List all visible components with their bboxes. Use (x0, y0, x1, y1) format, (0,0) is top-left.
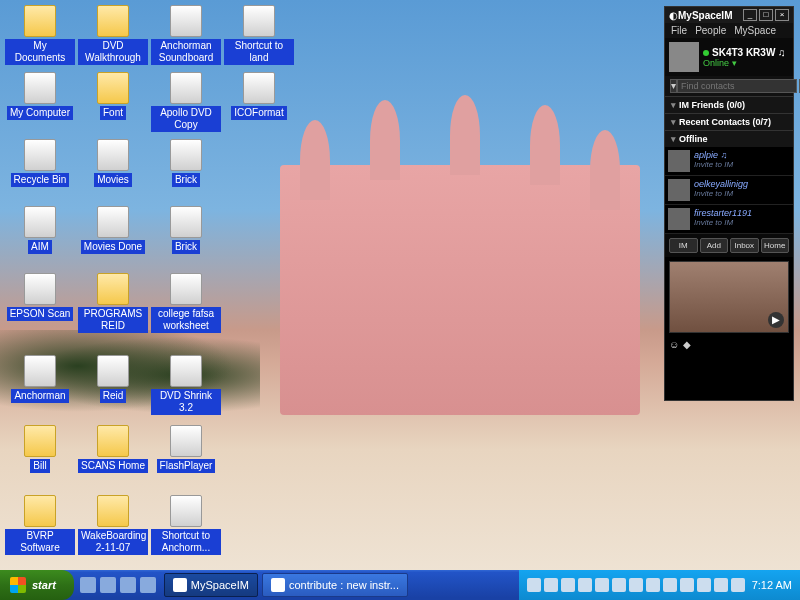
desktop-icon[interactable]: Shortcut to land (224, 5, 294, 65)
footer-icon[interactable]: ☺ (669, 339, 679, 350)
app-icon (243, 5, 275, 37)
taskbar: start MySpaceIMcontribute : new instr...… (0, 570, 800, 600)
quick-launch-item[interactable] (140, 577, 156, 593)
tray-icon[interactable] (629, 578, 643, 592)
desktop-icon[interactable]: PROGRAMS REID (78, 273, 148, 333)
quick-launch-item[interactable] (80, 577, 96, 593)
section-recent-contacts[interactable]: ▾Recent Contacts (0/7) (665, 113, 793, 130)
desktop-icon[interactable]: ICOFormat (224, 72, 294, 120)
contact-item[interactable]: oelkeyalliniggInvite to IM (665, 176, 793, 205)
desktop-icon[interactable]: Font (78, 72, 148, 120)
tray-icon[interactable] (561, 578, 575, 592)
desktop-icon[interactable]: Recycle Bin (5, 139, 75, 187)
icon-label: Shortcut to land (224, 39, 294, 65)
tray-icon[interactable] (646, 578, 660, 592)
im-titlebar[interactable]: ◐ MySpaceIM _ □ × (665, 7, 793, 23)
icon-label: PROGRAMS REID (78, 307, 148, 333)
desktop-icon[interactable]: AIM (5, 206, 75, 254)
im-button[interactable]: IM (669, 238, 698, 253)
desktop-icon[interactable]: My Documents (5, 5, 75, 65)
tray-icon[interactable] (731, 578, 745, 592)
icon-label: college fafsa worksheet (151, 307, 221, 333)
footer-icon[interactable]: ◆ (683, 339, 691, 350)
tray-icon[interactable] (663, 578, 677, 592)
desktop-icon[interactable]: Bill (5, 425, 75, 473)
desktop-icon[interactable]: Anchorman Soundboard (151, 5, 221, 65)
tray-icon[interactable] (578, 578, 592, 592)
quick-launch-item[interactable] (120, 577, 136, 593)
im-app-icon: ◐ (669, 10, 678, 21)
quick-launch (74, 577, 162, 593)
im-video-panel[interactable]: ▶ (669, 261, 789, 333)
section-im-friends[interactable]: ▾IM Friends (0/0) (665, 96, 793, 113)
user-status[interactable]: Online ▾ (703, 58, 786, 68)
desktop-icon[interactable]: Movies (78, 139, 148, 187)
section-offline[interactable]: ▾Offline (665, 130, 793, 147)
folder-icon (97, 273, 129, 305)
desktop-icon[interactable]: Anchorman (5, 355, 75, 403)
tray-icon[interactable] (697, 578, 711, 592)
folder-icon (97, 72, 129, 104)
tray-icon[interactable] (714, 578, 728, 592)
icon-label: Movies Done (81, 240, 145, 254)
invite-link[interactable]: Invite to IM (694, 218, 752, 227)
task-icon (173, 578, 187, 592)
search-input[interactable] (677, 79, 797, 93)
desktop-icon[interactable]: SCANS Home (78, 425, 148, 473)
myspaceim-window: ◐ MySpaceIM _ □ × File People MySpace SK… (664, 6, 794, 401)
taskbar-item[interactable]: MySpaceIM (164, 573, 258, 597)
quick-launch-item[interactable] (100, 577, 116, 593)
menu-file[interactable]: File (671, 25, 687, 36)
invite-link[interactable]: Invite to IM (694, 160, 733, 169)
contact-avatar (668, 208, 690, 230)
contact-name: oelkeyallinigg (694, 179, 748, 189)
desktop-icon[interactable]: WakeBoarding 2-11-07 (78, 495, 148, 555)
app-icon (170, 425, 202, 457)
desktop-icon[interactable]: college fafsa worksheet (151, 273, 221, 333)
search-menu-button[interactable]: ▾ (670, 79, 677, 93)
desktop-icon[interactable]: My Computer (5, 72, 75, 120)
icon-label: Reid (100, 389, 127, 403)
desktop-icon[interactable]: Shortcut to Anchorm... (151, 495, 221, 555)
icon-label: Recycle Bin (11, 173, 70, 187)
desktop-icon[interactable]: Movies Done (78, 206, 148, 254)
desktop-icon[interactable]: BVRP Software (5, 495, 75, 555)
taskbar-item[interactable]: contribute : new instr... (262, 573, 408, 597)
task-label: MySpaceIM (191, 579, 249, 591)
desktop-icon[interactable]: DVD Shrink 3.2 (151, 355, 221, 415)
contact-item[interactable]: firestarter1191Invite to IM (665, 205, 793, 234)
chevron-down-icon: ▾ (671, 134, 676, 144)
tray-icon[interactable] (680, 578, 694, 592)
inbox-button[interactable]: Inbox (730, 238, 759, 253)
desktop-icon[interactable]: Brick (151, 206, 221, 254)
add-button[interactable]: Add (700, 238, 729, 253)
home-button[interactable]: Home (761, 238, 790, 253)
desktop-icon[interactable]: Reid (78, 355, 148, 403)
tray-icon[interactable] (595, 578, 609, 592)
minimize-button[interactable]: _ (743, 9, 757, 21)
desktop-icon[interactable]: FlashPlayer (151, 425, 221, 473)
invite-link[interactable]: Invite to IM (694, 189, 748, 198)
start-button[interactable]: start (0, 570, 74, 600)
tray-icon[interactable] (612, 578, 626, 592)
desktop-icon[interactable]: Brick (151, 139, 221, 187)
close-button[interactable]: × (775, 9, 789, 21)
user-avatar[interactable] (669, 42, 699, 72)
app-icon (170, 5, 202, 37)
folder-icon (97, 425, 129, 457)
menu-people[interactable]: People (695, 25, 726, 36)
tray-icon[interactable] (544, 578, 558, 592)
desktop-icon[interactable]: Apollo DVD Copy (151, 72, 221, 132)
maximize-button[interactable]: □ (759, 9, 773, 21)
desktop-icon[interactable]: EPSON Scan (5, 273, 75, 321)
play-icon[interactable]: ▶ (768, 312, 784, 328)
clock[interactable]: 7:12 AM (752, 579, 792, 591)
tray-icon[interactable] (527, 578, 541, 592)
contact-item[interactable]: aplpie ♫Invite to IM (665, 147, 793, 176)
im-user-panel[interactable]: SK4T3 KR3W ♫ Online ▾ (665, 38, 793, 76)
app-icon (97, 355, 129, 387)
desktop-icon[interactable]: DVD Walkthrough (78, 5, 148, 65)
im-action-buttons: IM Add Inbox Home (665, 234, 793, 257)
icon-label: ICOFormat (231, 106, 286, 120)
menu-myspace[interactable]: MySpace (734, 25, 776, 36)
